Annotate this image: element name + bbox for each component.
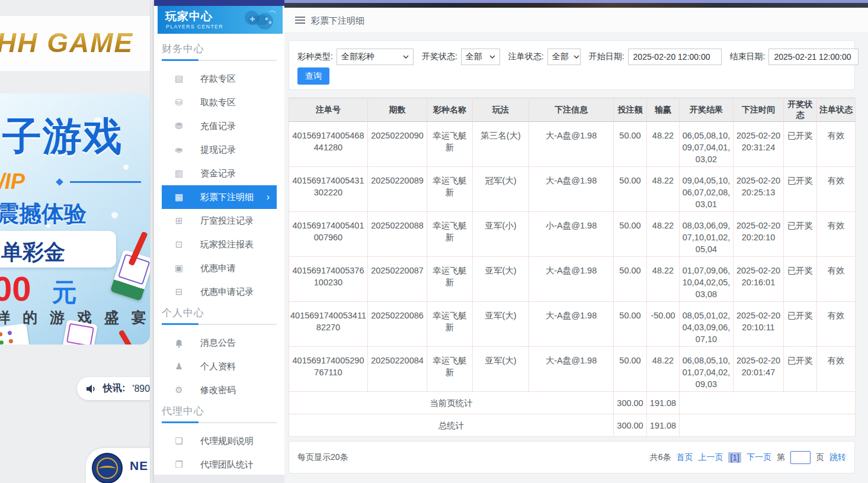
page-title: 彩票下注明细 bbox=[311, 15, 364, 27]
chevron-right-icon: › bbox=[267, 192, 270, 202]
col-bet-info: 下注信息 bbox=[529, 98, 614, 122]
sidebar-item-deposit-zone[interactable]: ▤ 存款专区 bbox=[162, 67, 277, 91]
next-page-link[interactable]: 下一页 bbox=[747, 452, 771, 463]
table-cell: 已开奖 bbox=[784, 347, 817, 392]
team-card: NE bbox=[86, 448, 154, 483]
first-page-link[interactable]: 首页 bbox=[676, 452, 693, 463]
sidebar-item-agent-rules[interactable]: ❏ 代理规则说明 bbox=[162, 429, 277, 453]
section-underline bbox=[162, 324, 277, 325]
col-draw-result: 开奖结果 bbox=[680, 98, 734, 122]
money-bag-icon: ⛃ bbox=[174, 121, 184, 131]
col-win-loss: 输赢 bbox=[647, 98, 680, 122]
start-date-input[interactable] bbox=[628, 49, 722, 65]
table-cell: 50.00 bbox=[614, 302, 647, 347]
promo-banner: 子游戏 /IP 震撼体验 单彩金 00 元 样 的 游 戏 盛 宴 bbox=[0, 94, 150, 344]
sidebar-item-lottery-bet-detail[interactable]: ▦ 彩票下注明细 › bbox=[162, 185, 277, 209]
background-scrollbar[interactable] bbox=[150, 0, 154, 483]
jump-suffix: 页 bbox=[816, 452, 824, 463]
chevron-down-icon bbox=[489, 55, 495, 59]
summary-label: 总统计 bbox=[289, 414, 614, 437]
background-page: HH GAME 子游戏 /IP 震撼体验 单彩金 00 元 样 的 游 戏 盛 … bbox=[0, 0, 154, 483]
table-header-row: 注单号 期数 彩种名称 玩法 下注信息 投注额 输赢 开奖结果 下注时间 开奖状… bbox=[289, 98, 856, 122]
table-cell: 06,05,08,10,09,07,04,01,03,02 bbox=[680, 122, 734, 167]
sidebar-item-change-password[interactable]: ⚙ 修改密码 bbox=[162, 378, 277, 402]
table-cell: 2025-02-20 20:25:13 bbox=[734, 167, 784, 212]
summary-empty bbox=[680, 392, 856, 414]
table-cell: 亚军(大) bbox=[473, 302, 529, 347]
bell-icon bbox=[174, 337, 184, 348]
table-cell: 08,03,06,09,07,10,01,02,05,04 bbox=[680, 212, 734, 257]
speaker-icon bbox=[87, 384, 98, 394]
sidebar-item-withdraw-record[interactable]: ⛂ 提现记录 bbox=[162, 138, 277, 162]
person-icon: ♟ bbox=[174, 361, 184, 372]
bet-status-label: 注单状态: bbox=[508, 51, 544, 62]
summary-bet-total: 300.00 bbox=[614, 414, 647, 437]
table-cell: 幸运飞艇新 bbox=[427, 212, 473, 257]
table-cell: 2025-02-20 20:01:47 bbox=[734, 347, 784, 392]
banner-red-calligraphy bbox=[118, 330, 136, 344]
table-row: 40156917400543130222020250220089幸运飞艇新冠军(… bbox=[289, 167, 856, 212]
jump-button[interactable]: 跳转 bbox=[829, 452, 846, 463]
sidebar-item-fund-record[interactable]: ▥ 资金记录 bbox=[162, 162, 277, 185]
table-cell: 401569174005431302220 bbox=[289, 167, 368, 212]
table-cell: 401569174005468441280 bbox=[289, 122, 368, 167]
banner-vip-text: /IP bbox=[0, 169, 25, 194]
total-count: 共6条 bbox=[650, 452, 671, 463]
sidebar-item-agent-team-stats[interactable]: ❐ 代理团队统计 bbox=[162, 453, 277, 476]
table-cell: 401569174005376100230 bbox=[289, 257, 368, 302]
lottery-type-select[interactable]: 全部彩种 bbox=[337, 49, 414, 65]
sidebar-item-hall-bet-record[interactable]: ⊞ 厅室投注记录 bbox=[162, 209, 277, 233]
hamburger-menu-icon[interactable] bbox=[295, 17, 305, 24]
col-bet-amount: 投注额 bbox=[614, 98, 647, 122]
sidebar-item-label: 彩票下注明细 bbox=[200, 192, 254, 203]
query-button[interactable]: 查询 bbox=[297, 67, 329, 85]
prev-page-link[interactable]: 上一页 bbox=[698, 452, 723, 463]
sidebar-item-label: 修改密码 bbox=[200, 385, 236, 396]
table-cell: 48.22 bbox=[647, 122, 680, 167]
table-cell: 已开奖 bbox=[784, 212, 817, 257]
col-lottery-name: 彩种名称 bbox=[427, 98, 473, 122]
sidebar-item-label: 个人资料 bbox=[200, 361, 236, 372]
draw-status-select[interactable]: 全部 bbox=[461, 49, 500, 65]
bet-status-select[interactable]: 全部 bbox=[547, 49, 581, 65]
bet-status-value: 全部 bbox=[552, 51, 569, 62]
team-logo-icon bbox=[92, 453, 123, 483]
table-cell: 48.22 bbox=[647, 212, 680, 257]
end-date-input[interactable] bbox=[768, 49, 859, 65]
table-cell: 第三名(大) bbox=[473, 122, 529, 167]
bet-records-table: 注单号 期数 彩种名称 玩法 下注信息 投注额 输赢 开奖结果 下注时间 开奖状… bbox=[289, 98, 856, 437]
summary-empty bbox=[680, 414, 856, 437]
sidebar-item-player-bet-report[interactable]: ⊡ 玩家投注报表 bbox=[162, 233, 277, 256]
sidebar-item-discount-apply-record[interactable]: ⊟ 优惠申请记录 bbox=[162, 280, 277, 304]
list-icon: ▦ bbox=[174, 192, 184, 202]
window-frame-strip bbox=[284, 3, 868, 8]
table-row: 40156917400546844128020250220090幸运飞艇新第三名… bbox=[289, 122, 856, 167]
jump-page-input[interactable] bbox=[790, 451, 811, 464]
table-cell: 2025-02-20 20:20:10 bbox=[734, 212, 784, 257]
table-cell: 幸运飞艇新 bbox=[427, 347, 473, 392]
table-cell: 有效 bbox=[817, 212, 856, 257]
news-ticker: 快讯: '890@ bbox=[77, 377, 154, 400]
sidebar-item-label: 提现记录 bbox=[200, 144, 236, 156]
table-cell: 亚军(大) bbox=[473, 257, 529, 302]
table-cell: 50.00 bbox=[614, 347, 647, 392]
sidebar-item-discount-apply[interactable]: ▣ 优惠申请 bbox=[162, 256, 277, 280]
table-cell: 48.22 bbox=[647, 347, 680, 392]
table-cell: 有效 bbox=[817, 122, 856, 167]
table-cell: 2025-02-20 20:10:11 bbox=[734, 302, 784, 347]
table-cell: 幸运飞艇新 bbox=[427, 302, 473, 347]
list-check-icon: ⊞ bbox=[174, 215, 184, 226]
table-cell: 401569174005341182270 bbox=[289, 302, 368, 347]
sidebar-title: 玩家中心 bbox=[165, 9, 213, 24]
table-cell: 20250220090 bbox=[368, 122, 427, 167]
sidebar-item-profile[interactable]: ♟ 个人资料 bbox=[162, 355, 277, 378]
sidebar-item-recharge-record[interactable]: ⛃ 充值记录 bbox=[162, 114, 277, 138]
table-cell: 亚军(大) bbox=[473, 347, 529, 392]
sidebar-item-withdraw-zone[interactable]: ⛁ 取款专区 bbox=[162, 91, 277, 114]
sidebar-item-messages[interactable]: 消息公告 bbox=[162, 331, 277, 355]
sidebar-item-label: 充值记录 bbox=[200, 121, 236, 132]
banner-diamond-icon bbox=[56, 178, 63, 186]
site-logo: HH GAME bbox=[0, 27, 133, 59]
table-cell: 有效 bbox=[817, 257, 856, 302]
gear-icon: ⚙ bbox=[174, 385, 184, 395]
